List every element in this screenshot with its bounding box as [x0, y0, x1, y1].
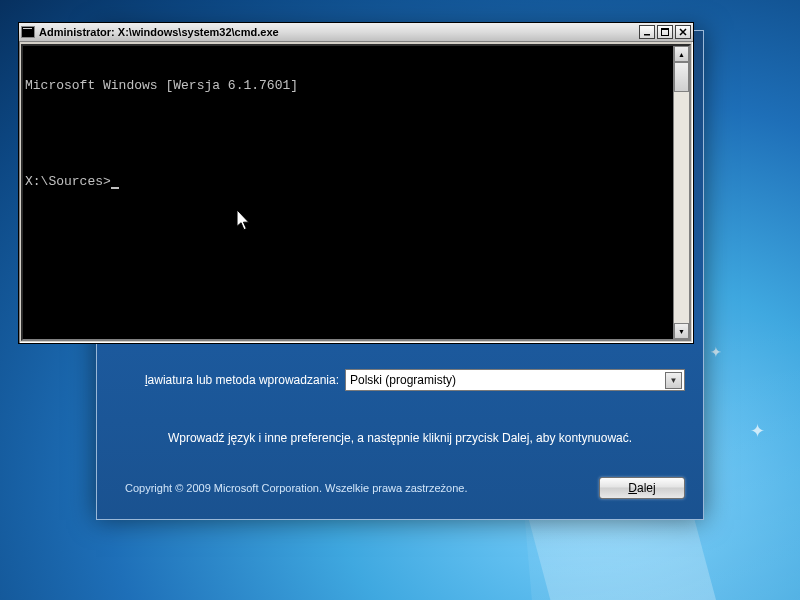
- terminal-line: Microsoft Windows [Wersja 6.1.7601]: [25, 78, 673, 94]
- chevron-down-icon[interactable]: ▼: [665, 372, 682, 389]
- minimize-button[interactable]: [639, 25, 655, 39]
- scroll-down-button[interactable]: ▼: [674, 323, 689, 339]
- keyboard-label: lawiatura lub metoda wprowadzania:: [115, 373, 345, 387]
- sparkle-decoration: ✦: [710, 344, 722, 360]
- vertical-scrollbar[interactable]: ▲ ▼: [673, 46, 689, 339]
- copyright-text: Copyright © 2009 Microsoft Corporation. …: [125, 482, 468, 494]
- scroll-thumb[interactable]: [674, 62, 689, 92]
- terminal-area[interactable]: Microsoft Windows [Wersja 6.1.7601] X:\S…: [21, 44, 691, 341]
- close-button[interactable]: [675, 25, 691, 39]
- cmd-titlebar[interactable]: Administrator: X:\windows\system32\cmd.e…: [19, 23, 693, 42]
- keyboard-value: Polski (programisty): [350, 373, 456, 387]
- next-button[interactable]: Dalej: [599, 477, 685, 499]
- window-title: Administrator: X:\windows\system32\cmd.e…: [39, 26, 639, 38]
- keyboard-select[interactable]: Polski (programisty) ▼: [345, 369, 685, 391]
- sparkle-decoration: ✦: [750, 420, 765, 442]
- scroll-up-button[interactable]: ▲: [674, 46, 689, 62]
- svg-rect-2: [662, 29, 669, 31]
- terminal-prompt: X:\Sources>: [25, 174, 111, 189]
- maximize-button[interactable]: [657, 25, 673, 39]
- keyboard-row: lawiatura lub metoda wprowadzania: Polsk…: [115, 369, 685, 391]
- cmd-window: Administrator: X:\windows\system32\cmd.e…: [18, 22, 694, 344]
- scroll-track[interactable]: [674, 92, 689, 323]
- svg-rect-0: [644, 34, 650, 36]
- cursor: [111, 187, 119, 189]
- instruction-text: Wprowadź język i inne preferencje, a nas…: [115, 431, 685, 445]
- cmd-icon: [21, 26, 35, 38]
